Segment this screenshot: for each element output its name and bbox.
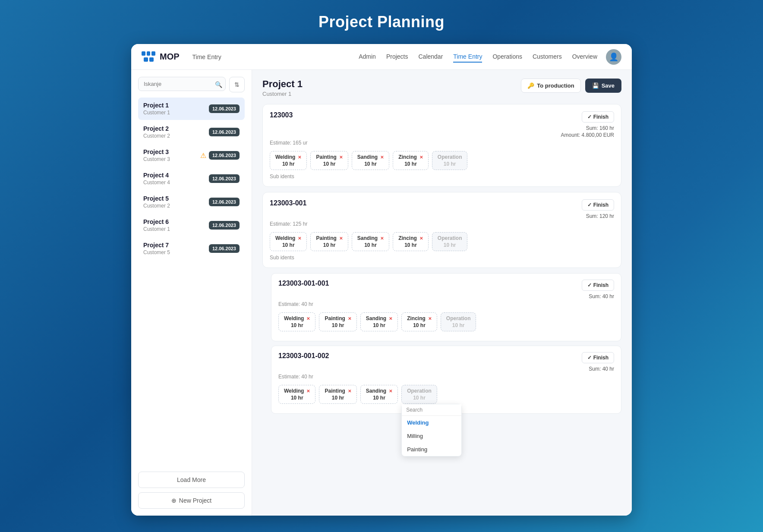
finish-button[interactable]: ✓ Finish — [582, 352, 614, 363]
op-tag-wrap: Sanding✕ 10 hr — [360, 385, 398, 404]
logo-dot-2 — [147, 51, 151, 56]
op-tag[interactable]: Sanding✕ 10 hr — [352, 151, 389, 170]
project-item[interactable]: Project 3 Customer 3 ⚠ 12.06.2023 — [138, 144, 245, 167]
op-tag[interactable]: Painting✕ 10 hr — [310, 151, 348, 170]
nav-link-customers[interactable]: Customers — [533, 51, 562, 63]
project-item[interactable]: Project 1 Customer 1 12.06.2023 — [138, 98, 245, 120]
op-tag-wrap: Welding✕ 10 hr — [270, 151, 307, 170]
work-order-card: 123003-001-001 ✓ Finish Sum: 40 hr Estim… — [271, 273, 621, 341]
nav-link-admin[interactable]: Admin — [359, 51, 376, 63]
op-tag[interactable]: Zincing✕ 10 hr — [401, 312, 437, 331]
operations-row: Welding✕ 10 hr Painting✕ 10 hr — [270, 151, 614, 170]
op-tag-name: Welding✕ — [284, 388, 310, 394]
dropdown-item[interactable]: Welding — [402, 416, 461, 429]
nav-link-time entry[interactable]: Time Entry — [453, 51, 482, 63]
wo-right: ✓ Finish Sum: 120 hr — [582, 199, 614, 219]
dropdown-item[interactable]: Milling — [402, 429, 461, 443]
nav-link-operations[interactable]: Operations — [492, 51, 522, 63]
sidebar-search-input[interactable] — [138, 77, 226, 91]
op-tag[interactable]: Zincing✕ 10 hr — [393, 151, 429, 170]
project-customer: Customer 3 — [143, 156, 170, 162]
project-name: Project 4 — [143, 172, 170, 179]
op-close-icon[interactable]: ✕ — [380, 155, 384, 160]
op-close-icon[interactable]: ✕ — [389, 316, 392, 321]
op-close-icon[interactable]: ✕ — [339, 155, 343, 160]
op-tag-hours: 10 hr — [444, 161, 456, 167]
op-close-icon[interactable]: ✕ — [380, 236, 384, 241]
new-project-button[interactable]: ⊕ New Project — [138, 492, 245, 509]
op-close-icon[interactable]: ✕ — [419, 155, 423, 160]
to-production-button[interactable]: 🔑 To production — [521, 79, 580, 93]
project-info: Project 1 Customer 1 — [143, 102, 170, 116]
wo-estimate: Estimate: 165 ur — [270, 140, 614, 146]
search-icon[interactable]: 🔍 — [215, 81, 222, 88]
op-tag[interactable]: Zincing✕ 10 hr — [393, 232, 429, 251]
finish-button[interactable]: ✓ Finish — [582, 111, 614, 123]
save-label: Save — [602, 82, 615, 89]
op-tag-wrap: Zincing✕ 10 hr — [393, 232, 429, 251]
avatar[interactable]: 👤 — [606, 49, 621, 65]
op-tag[interactable]: Painting✕ 10 hr — [319, 312, 356, 331]
finish-button[interactable]: ✓ Finish — [582, 199, 614, 211]
project-name: Project 6 — [143, 218, 170, 225]
project-item[interactable]: Project 6 Customer 1 12.06.2023 — [138, 214, 245, 236]
nav-link-projects[interactable]: Projects — [386, 51, 408, 63]
project-customer: Customer 2 — [143, 133, 170, 139]
op-tag-name: Sanding✕ — [357, 154, 384, 160]
op-tag[interactable]: Sanding✕ 10 hr — [360, 312, 398, 331]
project-title-area: Project 1 Customer 1 — [262, 79, 303, 97]
project-date-badge: 12.06.2023 — [209, 128, 240, 136]
op-close-icon[interactable]: ✕ — [348, 316, 351, 321]
plus-icon: ⊕ — [171, 497, 177, 504]
op-tag[interactable]: Sanding✕ 10 hr — [352, 232, 389, 251]
op-tag[interactable]: Painting✕ 10 hr — [319, 385, 356, 404]
app-container: MOP Time Entry AdminProjectsCalendarTime… — [131, 44, 632, 516]
dropdown-search-input[interactable] — [402, 404, 461, 416]
op-close-icon[interactable]: ✕ — [389, 389, 392, 393]
op-tag[interactable]: Painting✕ 10 hr — [310, 232, 348, 251]
wo-right: ✓ Finish Sum: 40 hr — [582, 352, 614, 372]
op-close-icon[interactable]: ✕ — [339, 236, 343, 241]
logo-dot-5 — [149, 57, 154, 62]
sort-button[interactable]: ⇅ — [229, 77, 245, 92]
logo-icon — [142, 51, 155, 63]
wo-estimate: Estimate: 40 hr — [278, 374, 614, 380]
logo-dot-4 — [144, 57, 148, 62]
op-close-icon[interactable]: ✕ — [298, 236, 301, 241]
op-tag-name: Zincing✕ — [398, 154, 423, 160]
op-tag[interactable]: Welding✕ 10 hr — [270, 151, 307, 170]
op-tag[interactable]: Welding✕ 10 hr — [278, 312, 315, 331]
wo-amount: Amount: 4.800,00 EUR — [561, 132, 614, 138]
project-info: Project 3 Customer 3 — [143, 148, 170, 162]
op-close-icon[interactable]: ✕ — [428, 316, 432, 321]
project-name: Project 2 — [143, 125, 170, 132]
op-close-icon[interactable]: ✕ — [306, 316, 310, 321]
op-tag-wrap: Welding✕ 10 hr — [270, 232, 307, 251]
project-main-title: Project 1 — [262, 79, 303, 90]
op-tag[interactable]: Welding✕ 10 hr — [270, 232, 307, 251]
op-close-icon[interactable]: ✕ — [298, 155, 301, 160]
op-tag-hours: 10 hr — [291, 322, 303, 328]
op-close-icon[interactable]: ✕ — [306, 389, 310, 393]
op-close-icon[interactable]: ✕ — [419, 236, 423, 241]
project-list: Project 1 Customer 1 12.06.2023 Project … — [138, 98, 245, 466]
project-item[interactable]: Project 7 Customer 5 12.06.2023 — [138, 237, 245, 260]
dropdown-item[interactable]: Painting — [402, 443, 461, 456]
project-info: Project 4 Customer 4 — [143, 172, 170, 186]
project-item[interactable]: Project 2 Customer 2 12.06.2023 — [138, 121, 245, 143]
op-tag[interactable]: Welding✕ 10 hr — [278, 385, 315, 404]
load-more-button[interactable]: Load More — [138, 472, 245, 488]
nav-link-calendar[interactable]: Calendar — [418, 51, 443, 63]
op-tag-wrap: Painting✕ 10 hr — [310, 232, 348, 251]
op-tag-name: Sanding✕ — [366, 388, 392, 394]
op-close-icon[interactable]: ✕ — [348, 389, 351, 393]
project-item[interactable]: Project 4 Customer 4 12.06.2023 — [138, 167, 245, 190]
op-tag[interactable]: Sanding✕ 10 hr — [360, 385, 398, 404]
finish-button[interactable]: ✓ Finish — [582, 280, 614, 291]
project-date-badge: 12.06.2023 — [209, 221, 240, 230]
project-date-badge: 12.06.2023 — [209, 151, 240, 160]
project-customer: Customer 5 — [143, 249, 170, 255]
project-item[interactable]: Project 5 Customer 2 12.06.2023 — [138, 191, 245, 213]
save-button[interactable]: 💾 Save — [585, 79, 621, 93]
nav-link-overview[interactable]: Overview — [572, 51, 597, 63]
